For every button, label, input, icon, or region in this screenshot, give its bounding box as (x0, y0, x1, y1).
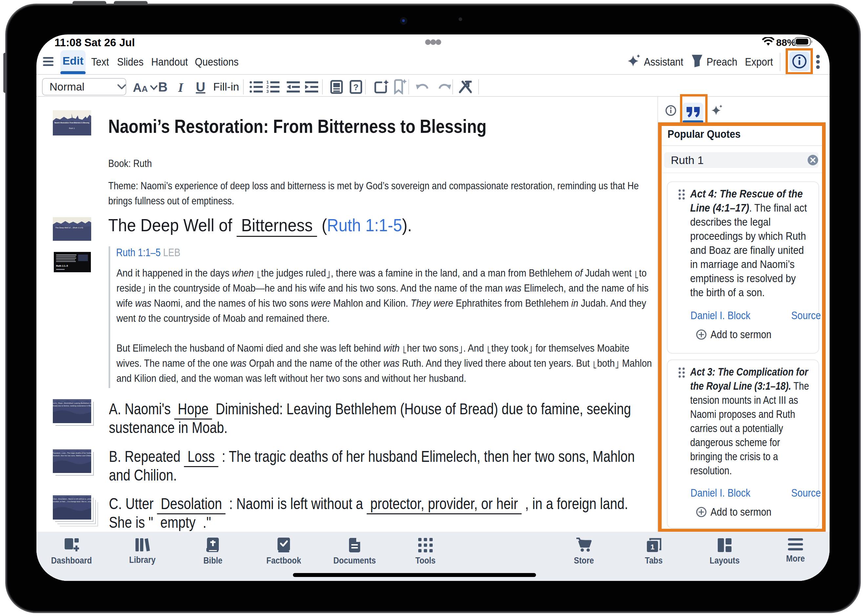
svg-text:3: 3 (266, 89, 269, 93)
svg-text:A. Naomi’s...Hope...Diminished: A. Naomi’s...Hope...Diminished: Leaving … (53, 402, 91, 404)
svg-text:Elimelech, then her two sons,: Elimelech, then her two sons, Mahlon and… (53, 455, 91, 457)
svg-text:tor, provider, or heir..., in: tor, provider, or heir..., in a foreign … (53, 501, 91, 503)
svg-text:2: 2 (266, 84, 269, 89)
svg-text:Ruth 1: Ruth 1 (69, 127, 75, 129)
svg-text:B. Repeated...Loss...The tragi: B. Repeated...Loss...The tragic deaths o… (53, 452, 91, 454)
svg-text:Ruth 1:1–5: Ruth 1:1–5 (56, 265, 68, 267)
svg-text:1: 1 (651, 543, 654, 551)
svg-text:The Deep Well of... (Ruth 1:1-: The Deep Well of... (Ruth 1:1-5) (55, 227, 83, 229)
svg-text:C. Utter...Desolation...Naomi: C. Utter...Desolation...Naomi is left wi… (53, 498, 91, 500)
svg-text:of Bread) due to famine, seeki: of Bread) due to famine, seeking sustena… (53, 405, 91, 407)
svg-text:?: ? (353, 82, 358, 92)
svg-text:Naomi’s Restoration: From Bitt: Naomi’s Restoration: From Bitterness to … (55, 122, 89, 124)
